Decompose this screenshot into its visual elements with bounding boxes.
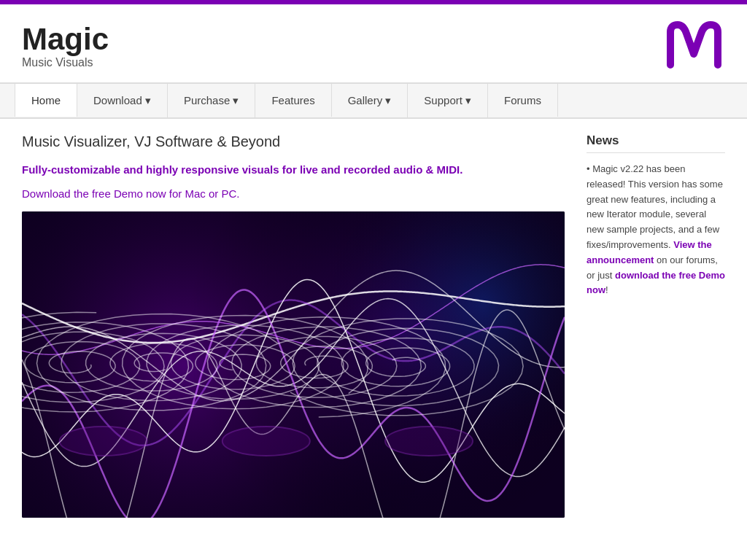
nav-list: Home Download ▾ Purchase ▾ Features Gall… [15,84,732,117]
sidebar: News • Magic v2.22 has been released! Th… [587,133,725,518]
news-title: News [587,133,725,153]
nav-item-support[interactable]: Support ▾ [408,84,488,117]
main-container: Music Visualizer, VJ Software & Beyond F… [0,119,747,532]
nav-item-home[interactable]: Home [15,84,77,117]
nav-link-purchase[interactable]: Purchase ▾ [168,84,256,117]
logo-area: Magic Music Visuals [22,24,109,69]
nav-link-forums[interactable]: Forums [488,84,558,117]
page-title: Music Visualizer, VJ Software & Beyond [22,133,565,150]
nav-link-download[interactable]: Download ▾ [77,84,168,117]
nav-item-download[interactable]: Download ▾ [77,84,168,117]
logo-icon [663,18,725,75]
nav-item-features[interactable]: Features [255,84,331,117]
hero-image [22,211,565,518]
demo-link-anchor[interactable]: Download the free Demo now for Mac or PC… [22,187,239,200]
nav-link-features[interactable]: Features [255,84,331,117]
news-text: • Magic v2.22 has been released! This ve… [587,162,725,298]
nav-link-support[interactable]: Support ▾ [408,84,488,117]
site-title: Magic [22,24,109,55]
nav-item-purchase[interactable]: Purchase ▾ [168,84,256,117]
header: Magic Music Visuals [0,4,747,82]
main-nav: Home Download ▾ Purchase ▾ Features Gall… [0,82,747,119]
news-body-end: ! [605,284,608,295]
site-subtitle: Music Visuals [22,56,109,69]
nav-item-forums[interactable]: Forums [488,84,558,117]
nav-link-gallery[interactable]: Gallery ▾ [332,84,409,117]
hero-canvas [22,211,565,518]
nav-item-gallery[interactable]: Gallery ▾ [332,84,409,117]
tagline: Fully-customizable and highly responsive… [22,162,565,177]
demo-link[interactable]: Download the free Demo now for Mac or PC… [22,187,565,200]
nav-link-home[interactable]: Home [15,84,77,117]
news-body-start: • Magic v2.22 has been released! This ve… [587,163,723,250]
content-area: Music Visualizer, VJ Software & Beyond F… [22,133,565,518]
